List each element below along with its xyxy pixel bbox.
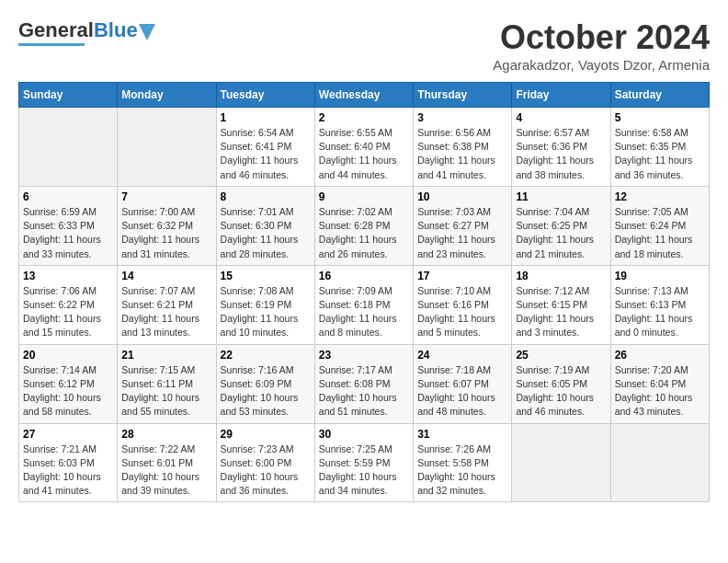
day-number: 17 [417, 270, 507, 282]
day-number: 22 [221, 349, 311, 362]
day-number: 13 [23, 270, 113, 282]
day-cell: 18Sunrise: 7:12 AM Sunset: 6:15 PM Dayli… [512, 265, 610, 344]
logo-general: General [18, 18, 94, 42]
day-number: 25 [516, 349, 606, 362]
day-number: 23 [319, 349, 409, 362]
weekday-friday: Friday [512, 83, 610, 108]
day-number: 7 [121, 190, 211, 203]
day-number: 19 [615, 270, 705, 282]
day-cell: 5Sunrise: 6:58 AM Sunset: 6:35 PM Daylig… [610, 108, 709, 187]
day-info: Sunrise: 7:22 AM Sunset: 6:01 PM Dayligh… [121, 442, 211, 499]
day-cell: 19Sunrise: 7:13 AM Sunset: 6:13 PM Dayli… [610, 265, 709, 344]
day-cell: 22Sunrise: 7:16 AM Sunset: 6:09 PM Dayli… [216, 344, 314, 423]
day-info: Sunrise: 6:55 AM Sunset: 6:40 PM Dayligh… [319, 126, 409, 182]
day-cell: 15Sunrise: 7:08 AM Sunset: 6:19 PM Dayli… [216, 265, 314, 344]
day-number: 31 [417, 428, 507, 441]
day-cell: 6Sunrise: 6:59 AM Sunset: 6:33 PM Daylig… [19, 186, 118, 265]
day-info: Sunrise: 7:00 AM Sunset: 6:32 PM Dayligh… [121, 205, 211, 261]
weekday-monday: Monday [118, 83, 216, 108]
day-number: 21 [121, 349, 211, 362]
title-block: October 2024 Agarakadzor, Vayots Dzor, A… [493, 18, 710, 73]
day-cell: 9Sunrise: 7:02 AM Sunset: 6:28 PM Daylig… [314, 186, 413, 265]
day-info: Sunrise: 7:25 AM Sunset: 5:59 PM Dayligh… [319, 442, 409, 499]
day-info: Sunrise: 7:10 AM Sunset: 6:16 PM Dayligh… [417, 284, 507, 340]
day-cell [610, 423, 709, 502]
day-number: 2 [319, 111, 409, 124]
day-info: Sunrise: 7:15 AM Sunset: 6:11 PM Dayligh… [121, 363, 211, 419]
day-number: 3 [417, 111, 507, 124]
day-cell: 7Sunrise: 7:00 AM Sunset: 6:32 PM Daylig… [118, 186, 216, 265]
day-number: 4 [516, 111, 606, 124]
day-cell: 26Sunrise: 7:20 AM Sunset: 6:04 PM Dayli… [610, 344, 709, 423]
day-number: 5 [615, 111, 705, 124]
weekday-tuesday: Tuesday [216, 83, 314, 108]
week-row-2: 6Sunrise: 6:59 AM Sunset: 6:33 PM Daylig… [19, 186, 710, 265]
week-row-1: 1Sunrise: 6:54 AM Sunset: 6:41 PM Daylig… [19, 108, 710, 187]
day-cell: 11Sunrise: 7:04 AM Sunset: 6:25 PM Dayli… [512, 186, 610, 265]
day-cell: 4Sunrise: 6:57 AM Sunset: 6:36 PM Daylig… [512, 108, 610, 187]
day-cell: 30Sunrise: 7:25 AM Sunset: 5:59 PM Dayli… [314, 423, 413, 502]
day-cell: 29Sunrise: 7:23 AM Sunset: 6:00 PM Dayli… [216, 423, 314, 502]
logo-blue: Blue [94, 18, 138, 42]
day-number: 29 [221, 428, 311, 441]
day-number: 20 [23, 349, 113, 362]
day-cell: 10Sunrise: 7:03 AM Sunset: 6:27 PM Dayli… [414, 186, 512, 265]
subtitle: Agarakadzor, Vayots Dzor, Armenia [493, 57, 710, 73]
day-info: Sunrise: 7:01 AM Sunset: 6:30 PM Dayligh… [221, 205, 311, 261]
day-info: Sunrise: 7:16 AM Sunset: 6:09 PM Dayligh… [221, 363, 311, 419]
day-info: Sunrise: 7:13 AM Sunset: 6:13 PM Dayligh… [615, 284, 705, 340]
day-info: Sunrise: 7:03 AM Sunset: 6:27 PM Dayligh… [417, 205, 507, 261]
day-number: 28 [121, 428, 211, 441]
day-cell: 23Sunrise: 7:17 AM Sunset: 6:08 PM Dayli… [314, 344, 413, 423]
week-row-5: 27Sunrise: 7:21 AM Sunset: 6:03 PM Dayli… [19, 423, 710, 502]
day-cell: 25Sunrise: 7:19 AM Sunset: 6:05 PM Dayli… [512, 344, 610, 423]
day-cell: 16Sunrise: 7:09 AM Sunset: 6:18 PM Dayli… [314, 265, 413, 344]
day-cell: 8Sunrise: 7:01 AM Sunset: 6:30 PM Daylig… [216, 186, 314, 265]
day-info: Sunrise: 7:05 AM Sunset: 6:24 PM Dayligh… [615, 205, 705, 261]
day-number: 27 [23, 428, 113, 441]
day-info: Sunrise: 6:58 AM Sunset: 6:35 PM Dayligh… [615, 126, 705, 182]
day-number: 11 [516, 190, 606, 203]
day-cell: 24Sunrise: 7:18 AM Sunset: 6:07 PM Dayli… [414, 344, 512, 423]
day-info: Sunrise: 7:09 AM Sunset: 6:18 PM Dayligh… [319, 284, 409, 340]
weekday-saturday: Saturday [610, 83, 709, 108]
weekday-thursday: Thursday [414, 83, 512, 108]
weekday-header-row: SundayMondayTuesdayWednesdayThursdayFrid… [19, 83, 710, 108]
day-info: Sunrise: 7:14 AM Sunset: 6:12 PM Dayligh… [23, 363, 113, 419]
svg-marker-0 [139, 24, 155, 40]
day-info: Sunrise: 7:02 AM Sunset: 6:28 PM Dayligh… [319, 205, 409, 261]
day-number: 1 [221, 111, 311, 124]
weekday-sunday: Sunday [19, 83, 118, 108]
header: General Blue October 2024 Agarakadzor, V… [18, 18, 710, 73]
logo-chevron-icon [139, 24, 155, 40]
week-row-4: 20Sunrise: 7:14 AM Sunset: 6:12 PM Dayli… [19, 344, 710, 423]
day-cell: 1Sunrise: 6:54 AM Sunset: 6:41 PM Daylig… [216, 108, 314, 187]
day-info: Sunrise: 7:06 AM Sunset: 6:22 PM Dayligh… [23, 284, 113, 340]
day-number: 18 [516, 270, 606, 282]
day-number: 14 [121, 270, 211, 282]
day-info: Sunrise: 6:56 AM Sunset: 6:38 PM Dayligh… [417, 126, 507, 182]
day-cell [118, 108, 216, 187]
day-cell: 2Sunrise: 6:55 AM Sunset: 6:40 PM Daylig… [314, 108, 413, 187]
day-info: Sunrise: 7:07 AM Sunset: 6:21 PM Dayligh… [121, 284, 211, 340]
day-cell: 21Sunrise: 7:15 AM Sunset: 6:11 PM Dayli… [118, 344, 216, 423]
day-number: 9 [319, 190, 409, 203]
day-info: Sunrise: 6:57 AM Sunset: 6:36 PM Dayligh… [516, 126, 606, 182]
month-title: October 2024 [493, 18, 710, 57]
day-number: 16 [319, 270, 409, 282]
day-cell: 3Sunrise: 6:56 AM Sunset: 6:38 PM Daylig… [414, 108, 512, 187]
day-info: Sunrise: 6:59 AM Sunset: 6:33 PM Dayligh… [23, 205, 113, 261]
day-cell: 28Sunrise: 7:22 AM Sunset: 6:01 PM Dayli… [118, 423, 216, 502]
day-info: Sunrise: 7:23 AM Sunset: 6:00 PM Dayligh… [221, 442, 311, 499]
day-cell: 17Sunrise: 7:10 AM Sunset: 6:16 PM Dayli… [414, 265, 512, 344]
logo-underline [18, 43, 85, 46]
logo: General Blue [18, 18, 155, 46]
day-number: 8 [221, 190, 311, 203]
day-cell: 13Sunrise: 7:06 AM Sunset: 6:22 PM Dayli… [19, 265, 118, 344]
day-number: 24 [417, 349, 507, 362]
day-info: Sunrise: 7:18 AM Sunset: 6:07 PM Dayligh… [417, 363, 507, 419]
day-number: 6 [23, 190, 113, 203]
day-info: Sunrise: 7:19 AM Sunset: 6:05 PM Dayligh… [516, 363, 606, 419]
day-cell: 20Sunrise: 7:14 AM Sunset: 6:12 PM Dayli… [19, 344, 118, 423]
day-info: Sunrise: 7:26 AM Sunset: 5:58 PM Dayligh… [417, 442, 507, 499]
